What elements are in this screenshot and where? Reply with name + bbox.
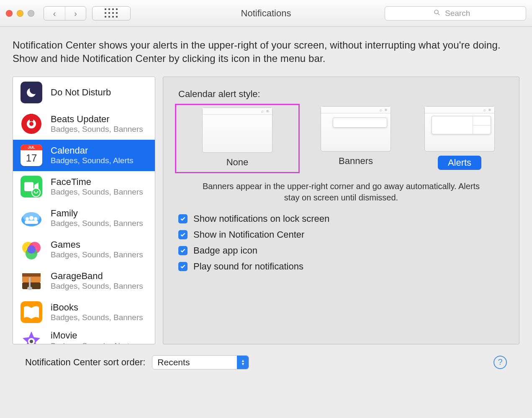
- app-name: GarageBand: [51, 271, 143, 282]
- svg-point-7: [32, 188, 40, 197]
- style-label: Alerts: [438, 156, 481, 170]
- zoom-window-button[interactable]: [28, 10, 34, 17]
- app-row-do-not-disturb[interactable]: Do Not Disturb: [13, 77, 155, 108]
- style-thumb-banners: ⌕≡: [321, 106, 391, 151]
- svg-point-12: [26, 217, 29, 221]
- annotation-highlight: ⌕≡ None: [175, 104, 300, 173]
- check-badge-app-icon[interactable]: Badge app icon: [178, 245, 504, 256]
- garageband-icon: [21, 270, 42, 292]
- style-thumb-alerts: ⌕≡: [424, 106, 495, 151]
- footer-row: Notification Center sort order: Recents …: [13, 344, 519, 369]
- app-row-beats-updater[interactable]: Beats UpdaterBadges, Sounds, Banners: [13, 108, 155, 140]
- app-name: Calendar: [51, 145, 134, 156]
- alert-style-none[interactable]: ⌕≡ None: [193, 108, 282, 168]
- app-sub: Badges, Sounds, Alerts: [51, 156, 134, 166]
- detail-panel: Calendar alert style: ⌕≡ None ⌕≡ Banners…: [163, 77, 519, 344]
- svg-rect-21: [22, 273, 41, 277]
- svg-point-9: [37, 191, 39, 192]
- svg-line-1: [438, 13, 439, 15]
- search-icon: [433, 9, 441, 18]
- alert-style-options: ⌕≡ None ⌕≡ Banners ⌕≡ Alerts: [178, 106, 504, 171]
- svg-rect-15: [25, 221, 38, 224]
- svg-point-24: [27, 287, 32, 290]
- app-name: iBooks: [51, 302, 143, 313]
- calendar-icon: JUL 17: [21, 144, 42, 166]
- game-center-icon: [21, 238, 42, 260]
- svg-point-19: [27, 245, 36, 254]
- svg-rect-6: [24, 182, 33, 191]
- app-row-family[interactable]: FamilyBadges, Sounds, Banners: [13, 203, 155, 234]
- svg-point-13: [29, 216, 33, 220]
- alert-style-alerts[interactable]: ⌕≡ Alerts: [415, 106, 504, 171]
- svg-point-0: [434, 10, 438, 14]
- checkbox-checked-icon: [178, 230, 188, 239]
- style-thumb-none: ⌕≡: [202, 108, 272, 153]
- options-checklist: Show notifications on lock screen Show i…: [178, 213, 504, 272]
- moon-icon: [21, 82, 42, 103]
- app-sub: Badges, Sounds, Banners: [51, 250, 143, 260]
- app-sub: Badges, Sounds, Banners: [51, 313, 143, 323]
- svg-point-4: [29, 122, 33, 126]
- sort-order-select[interactable]: Recents ▲▼: [152, 355, 249, 369]
- checkbox-checked-icon: [178, 246, 188, 255]
- help-button[interactable]: ?: [493, 356, 507, 369]
- app-row-ibooks[interactable]: iBooksBadges, Sounds, Banners: [13, 297, 155, 328]
- app-name: Games: [51, 239, 143, 250]
- check-lock-screen[interactable]: Show notifications on lock screen: [178, 213, 504, 224]
- svg-point-26: [30, 340, 33, 343]
- chevron-left-icon: ‹: [53, 9, 56, 18]
- search-field[interactable]: [385, 6, 526, 21]
- app-sub: Badges, Sounds, Banners: [51, 282, 143, 291]
- back-button[interactable]: ‹: [44, 7, 65, 20]
- beats-icon: [21, 113, 42, 135]
- app-row-imovie[interactable]: iMovieBadges, Sounds, Alerts: [13, 328, 155, 344]
- intro-text: Notification Center shows your alerts in…: [13, 38, 519, 66]
- check-notification-center[interactable]: Show in Notification Center: [178, 229, 504, 240]
- sort-order-value: Recents: [157, 357, 190, 367]
- help-icon: ?: [498, 357, 502, 367]
- app-row-calendar[interactable]: JUL 17 CalendarBadges, Sounds, Alerts: [13, 140, 155, 171]
- style-label: Banners: [339, 156, 373, 167]
- check-play-sound[interactable]: Play sound for notifications: [178, 261, 504, 272]
- window-toolbar: ‹ › Notifications: [0, 0, 532, 27]
- forward-button[interactable]: ›: [65, 7, 86, 20]
- app-list[interactable]: Do Not Disturb Beats UpdaterBadges, Soun…: [13, 77, 155, 344]
- facetime-icon: [21, 176, 42, 197]
- imovie-icon: [21, 330, 42, 344]
- alert-style-hint: Banners appear in the upper-right corner…: [195, 181, 487, 203]
- nav-segmented-control: ‹ ›: [44, 6, 86, 21]
- app-sub: Badges, Sounds, Banners: [51, 219, 143, 228]
- app-name: Do Not Disturb: [51, 87, 111, 98]
- family-icon: [21, 207, 42, 229]
- sort-order-label: Notification Center sort order:: [25, 357, 145, 368]
- grid-icon: [105, 8, 118, 18]
- app-name: FaceTime: [51, 177, 143, 187]
- checkbox-checked-icon: [178, 214, 188, 223]
- app-name: Family: [51, 208, 143, 219]
- alert-style-title: Calendar alert style:: [178, 89, 504, 100]
- alert-style-banners[interactable]: ⌕≡ Banners: [311, 106, 400, 171]
- app-row-garageband[interactable]: GarageBandBadges, Sounds, Banners: [13, 265, 155, 297]
- app-row-games[interactable]: GamesBadges, Sounds, Banners: [13, 234, 155, 265]
- svg-point-14: [34, 217, 37, 221]
- search-input[interactable]: [444, 8, 478, 18]
- svg-point-8: [34, 191, 35, 192]
- app-name: iMovie: [51, 330, 134, 341]
- app-sub: Badges, Sounds, Banners: [51, 125, 143, 134]
- checkbox-checked-icon: [178, 262, 188, 271]
- app-name: Beats Updater: [51, 114, 143, 125]
- app-sub: Badges, Sounds, Alerts: [51, 341, 134, 344]
- chevron-right-icon: ›: [74, 9, 77, 18]
- window-controls: [6, 10, 34, 17]
- app-row-facetime[interactable]: FaceTimeBadges, Sounds, Banners: [13, 171, 155, 203]
- show-all-button[interactable]: [92, 6, 131, 21]
- minimize-window-button[interactable]: [17, 10, 23, 17]
- app-sub: Badges, Sounds, Banners: [51, 187, 143, 197]
- style-label: None: [226, 157, 249, 168]
- close-window-button[interactable]: [6, 10, 13, 17]
- ibooks-icon: [21, 301, 42, 323]
- svg-rect-5: [30, 114, 33, 121]
- select-stepper-icon: ▲▼: [237, 356, 249, 369]
